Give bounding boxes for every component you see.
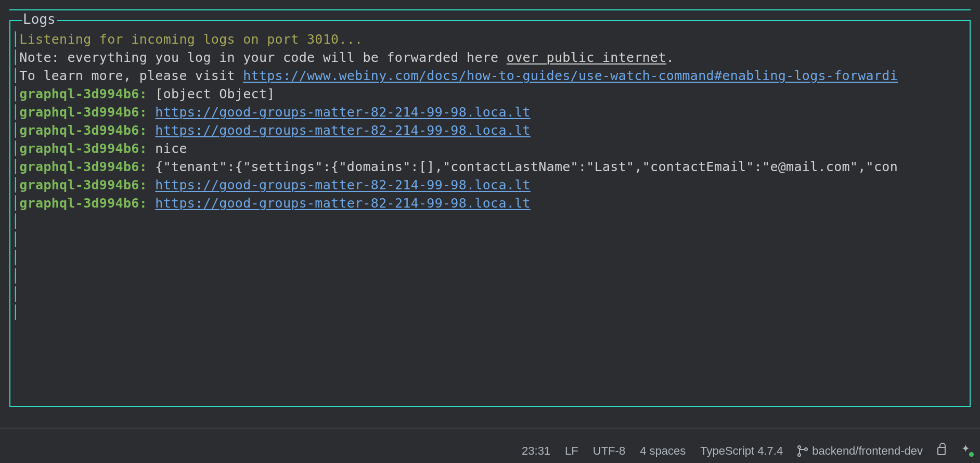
git-branch[interactable]: backend/frontend-dev: [797, 444, 923, 458]
sparkle-icon: [960, 443, 973, 456]
log-listening: Listening for incoming logs on port 3010…: [19, 32, 363, 47]
logs-panel: Logs │Listening for incoming logs on por…: [9, 20, 971, 407]
ai-assistant[interactable]: [960, 443, 973, 459]
log-prefix: graphql-3d994b6:: [19, 196, 147, 211]
log-note: Note: everything you log in your code wi…: [19, 50, 674, 65]
previous-panel-edge: [9, 9, 971, 10]
log-prefix: graphql-3d994b6:: [19, 86, 147, 101]
log-prefix: graphql-3d994b6:: [19, 159, 147, 174]
panel-title: Logs: [22, 11, 57, 27]
language-mode[interactable]: TypeScript 4.7.4: [700, 444, 783, 458]
lock-icon: [937, 447, 946, 455]
log-prefix: graphql-3d994b6:: [19, 105, 147, 120]
line-separator[interactable]: LF: [565, 444, 578, 458]
status-bar: 23:31 LF UTF-8 4 spaces TypeScript 4.7.4…: [0, 428, 980, 463]
tunnel-link[interactable]: https://good-groups-matter-82-214-99-98.…: [155, 105, 531, 120]
log-prefix: graphql-3d994b6:: [19, 177, 147, 192]
branch-name: backend/frontend-dev: [812, 444, 923, 458]
tunnel-link[interactable]: https://good-groups-matter-82-214-99-98.…: [155, 177, 531, 192]
log-prefix: graphql-3d994b6:: [19, 141, 147, 156]
log-learn-more: To learn more, please visit https://www.…: [19, 68, 898, 83]
log-prefix: graphql-3d994b6:: [19, 123, 147, 138]
docs-link[interactable]: https://www.webiny.com/docs/how-to-guide…: [243, 68, 898, 83]
cursor-position[interactable]: 23:31: [522, 444, 550, 458]
log-message: nice: [155, 141, 187, 156]
indent-setting[interactable]: 4 spaces: [640, 444, 686, 458]
readonly-indicator[interactable]: [937, 444, 946, 458]
branch-icon: [797, 445, 808, 457]
log-message: {"tenant":{"settings":{"domains":[],"con…: [155, 159, 898, 174]
terminal-panel: Logs │Listening for incoming logs on por…: [0, 0, 980, 428]
log-message: [object Object]: [155, 86, 275, 101]
tunnel-link[interactable]: https://good-groups-matter-82-214-99-98.…: [155, 123, 531, 138]
file-encoding[interactable]: UTF-8: [593, 444, 625, 458]
tunnel-link[interactable]: https://good-groups-matter-82-214-99-98.…: [155, 196, 531, 211]
